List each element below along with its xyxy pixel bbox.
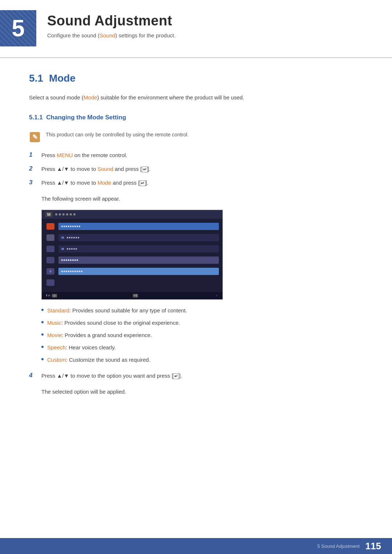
desc-highlight: Mode bbox=[83, 94, 97, 100]
speech-text: : Hear voices clearly. bbox=[66, 344, 116, 350]
row-icon-5: V bbox=[45, 267, 56, 275]
step4-continuation: The selected option will be applied. bbox=[41, 387, 363, 396]
menu-highlight: MENU bbox=[57, 152, 73, 158]
screen-bottom-bar: ⬆M ◁▷ ↵E ○ bbox=[42, 292, 222, 299]
bullet-item-standard: Standard: Provides sound suitable for an… bbox=[41, 306, 363, 315]
row-dots-1 bbox=[61, 226, 80, 227]
bottom-item-1: ⬆M ◁▷ bbox=[45, 294, 57, 297]
step-text-3: Press ▲/▼ to move to Mode and press [↵]. bbox=[41, 178, 148, 187]
enter-icon-4: ↵ bbox=[173, 373, 179, 379]
main-content: 5.1 Mode Select a sound mode (Mode) suit… bbox=[0, 58, 392, 430]
enter-icon-3: ↵ bbox=[140, 180, 146, 186]
screen-letter: M bbox=[45, 212, 52, 217]
r-d bbox=[61, 226, 63, 227]
section-number: 5.1 bbox=[29, 73, 43, 84]
channel-icon bbox=[46, 246, 54, 252]
chapter-title-area: Sound Adjustment Configure the sound (So… bbox=[47, 10, 176, 40]
bullet-text-standard: Standard: Provides sound suitable for an… bbox=[47, 306, 187, 315]
bullet-dot bbox=[41, 321, 44, 323]
bullet-text-custom: Custom: Customize the sound as required. bbox=[47, 356, 150, 364]
row-icon-2 bbox=[45, 234, 56, 242]
step-text-2: Press ▲/▼ to move to Sound and press [↵]… bbox=[41, 165, 151, 173]
step-number-4: 4 bbox=[29, 372, 36, 379]
setup-icon bbox=[46, 257, 54, 263]
steps-list: 1 Press MENU on the remote control. 2 Pr… bbox=[29, 151, 363, 187]
steps-list-4: 4 Press ▲/▼ to move to the option you wa… bbox=[29, 372, 363, 380]
subtitle-end: ) settings for the product. bbox=[115, 32, 176, 38]
bottom-item-3: ○ bbox=[216, 294, 219, 297]
screen-body: M M bbox=[42, 219, 222, 292]
screen-row-5: V bbox=[45, 267, 219, 276]
subtitle-start: Configure the sound ( bbox=[47, 32, 99, 38]
music-text: : Provides sound close to the original e… bbox=[61, 320, 180, 326]
screen-row-6 bbox=[45, 278, 219, 287]
row-icon-4 bbox=[45, 256, 56, 264]
screen-row-3: M bbox=[45, 244, 219, 254]
note-icon: ✎ bbox=[29, 131, 41, 143]
step-text-1: Press MENU on the remote control. bbox=[41, 151, 127, 160]
bullet-text-movie: Movie: Provides a grand sound experience… bbox=[47, 331, 152, 340]
subsection-title: 5.1.1 Changing the Mode Setting bbox=[29, 114, 363, 123]
screen-mock: M bbox=[41, 210, 223, 300]
chapter-header: 5 Sound Adjustment Configure the sound (… bbox=[0, 0, 392, 54]
step-item-3: 3 Press ▲/▼ to move to Mode and press [↵… bbox=[29, 178, 363, 187]
step-number-1: 1 bbox=[29, 151, 36, 159]
subsection-title-text: Changing the Mode Setting bbox=[46, 114, 126, 121]
row-bar-2: M bbox=[58, 234, 219, 241]
standard-text: : Provides sound suitable for any type o… bbox=[69, 307, 187, 313]
section-title-text: Mode bbox=[49, 73, 75, 84]
dot-3 bbox=[62, 213, 65, 216]
enter-icon-2: ↵ bbox=[142, 167, 148, 172]
input-icon bbox=[46, 279, 54, 286]
bullet-item-music: Music: Provides sound close to the origi… bbox=[41, 319, 363, 327]
section-description: Select a sound mode (Mode) suitable for … bbox=[29, 93, 363, 102]
mode-highlight: Mode bbox=[98, 180, 111, 186]
desc-end: ) suitable for the environment where the… bbox=[97, 94, 244, 100]
dot-1 bbox=[55, 213, 57, 216]
screen-title-dots bbox=[55, 213, 75, 216]
v-icon: V bbox=[46, 268, 54, 275]
row-icon-3 bbox=[45, 245, 56, 253]
chapter-number: 5 bbox=[12, 17, 25, 40]
screen-title-bar: M bbox=[42, 210, 222, 219]
step-item-4: 4 Press ▲/▼ to move to the option you wa… bbox=[29, 372, 363, 380]
row-bar-3: M bbox=[58, 245, 219, 253]
screen-row-4 bbox=[45, 255, 219, 265]
section-title: 5.1 Mode bbox=[29, 73, 363, 84]
step-number-3: 3 bbox=[29, 179, 36, 186]
step-text-4: Press ▲/▼ to move to the option you want… bbox=[41, 372, 182, 380]
bullet-dot bbox=[41, 333, 44, 336]
row-icon-1 bbox=[45, 222, 56, 230]
sound-highlight: Sound bbox=[98, 166, 113, 172]
custom-label: Custom bbox=[47, 357, 66, 363]
bottom-circle: ○ bbox=[216, 294, 217, 297]
standard-label: Standard bbox=[47, 307, 69, 313]
dot-4 bbox=[66, 213, 68, 216]
movie-label: Movie bbox=[47, 332, 62, 338]
screen-row-2: M bbox=[45, 233, 219, 242]
bullet-dot bbox=[41, 346, 44, 348]
bottom-item-2: ↵E bbox=[133, 294, 139, 297]
desc-start: Select a sound mode ( bbox=[29, 94, 83, 100]
chapter-number-box: 5 bbox=[0, 10, 36, 46]
speech-label: Speech bbox=[47, 344, 66, 350]
movie-text: : Provides a grand sound experience. bbox=[62, 332, 152, 338]
music-label: Music bbox=[47, 320, 61, 326]
step-number-2: 2 bbox=[29, 165, 36, 172]
bottom-icon-2: ↵E bbox=[133, 294, 138, 297]
note-text: This product can only be controlled by u… bbox=[46, 131, 189, 139]
dot-2 bbox=[59, 213, 61, 216]
bullet-item-movie: Movie: Provides a grand sound experience… bbox=[41, 331, 363, 340]
screen-row-1 bbox=[45, 222, 219, 231]
footer-page-number: 115 bbox=[366, 541, 381, 552]
row-icon-6 bbox=[45, 279, 56, 287]
bottom-icon-1: ◁▷ bbox=[52, 294, 57, 297]
bullet-dot bbox=[41, 358, 44, 360]
bullet-list: Standard: Provides sound suitable for an… bbox=[41, 306, 363, 364]
step-item: 1 Press MENU on the remote control. bbox=[29, 151, 363, 160]
row-bar-5 bbox=[58, 268, 219, 275]
footer-text: 5 Sound Adjustment bbox=[317, 543, 359, 549]
chapter-title: Sound Adjustment bbox=[47, 13, 176, 29]
custom-text: : Customize the sound as required. bbox=[66, 357, 151, 363]
bullet-item-speech: Speech: Hear voices clearly. bbox=[41, 343, 363, 352]
